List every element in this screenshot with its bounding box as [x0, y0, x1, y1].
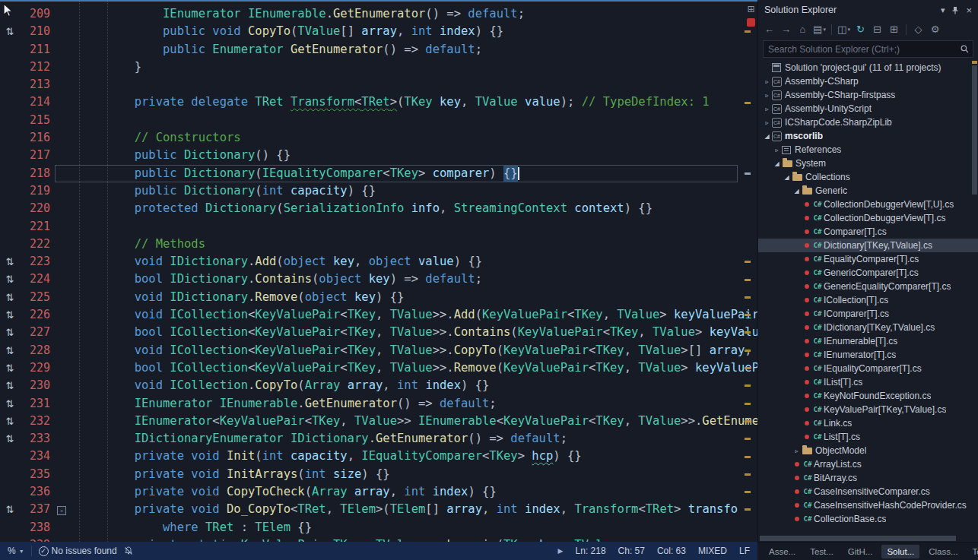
- issues-status[interactable]: ✓ No issues found: [39, 546, 117, 556]
- line-number[interactable]: 233: [20, 430, 55, 448]
- code-line[interactable]: ⇅227 bool ICollection<KeyValuePair<TKey,…: [0, 324, 757, 341]
- line-number[interactable]: 212: [20, 59, 55, 76]
- tree-item[interactable]: C#IEnumerator[T].cs: [758, 348, 978, 362]
- indentation-indicator[interactable]: MIXED: [698, 546, 727, 556]
- code-line[interactable]: ⇅226 void ICollection<KeyValuePair<TKey,…: [0, 306, 757, 324]
- expanded-chevron-icon[interactable]: ◢: [792, 188, 802, 195]
- tree-item[interactable]: C#IList[T].cs: [758, 375, 978, 389]
- line-number[interactable]: 226: [20, 306, 55, 324]
- line-number[interactable]: 222: [20, 236, 55, 253]
- line-number[interactable]: 227: [20, 324, 55, 341]
- search-icon[interactable]: [961, 45, 969, 53]
- tree-item[interactable]: C#CollectionDebuggerView[T,U].cs: [758, 198, 978, 211]
- column-indicator[interactable]: Col: 63: [657, 546, 686, 556]
- tree-vertical-scrollbar[interactable]: [971, 61, 978, 516]
- tree-item[interactable]: C#KeyValuePair[TKey,TValue].cs: [758, 403, 978, 416]
- tree-item[interactable]: ◢Collections: [758, 170, 978, 184]
- collapsed-chevron-icon[interactable]: ▹: [762, 119, 772, 126]
- tree-item[interactable]: ▹References: [758, 143, 978, 157]
- expanded-chevron-icon[interactable]: ◢: [782, 174, 792, 181]
- line-number[interactable]: 229: [20, 359, 55, 377]
- implementations-icon[interactable]: ⇅: [0, 289, 20, 306]
- implementations-icon[interactable]: ⇅: [0, 430, 20, 448]
- switch-views-icon[interactable]: ▤▾: [811, 22, 827, 37]
- line-number[interactable]: 220: [20, 200, 55, 217]
- tree-horizontal-scrollbar[interactable]: [758, 535, 978, 542]
- implementations-icon[interactable]: ⇅: [0, 501, 20, 518]
- line-number[interactable]: 219: [20, 182, 55, 200]
- collapsed-chevron-icon[interactable]: ▹: [762, 106, 772, 112]
- line-number[interactable]: 214: [20, 93, 55, 111]
- home-icon[interactable]: ⌂: [795, 22, 811, 37]
- code-line[interactable]: ⇅230 void ICollection.CopyTo(Array array…: [0, 377, 757, 394]
- code-line[interactable]: 236 private void CopyToCheck(Array array…: [0, 483, 757, 501]
- eol-indicator[interactable]: LF: [739, 546, 750, 556]
- line-number[interactable]: 213: [20, 76, 55, 93]
- tree-item[interactable]: ◢Generic: [758, 184, 978, 198]
- collapsed-chevron-icon[interactable]: ▹: [762, 92, 772, 99]
- code-line[interactable]: ⇅210 public void CopyTo(TValue[] array, …: [0, 23, 757, 40]
- code-line[interactable]: ⇅224 bool IDictionary.Contains(object ke…: [0, 271, 757, 288]
- tree-item[interactable]: C#Link.cs: [758, 416, 978, 430]
- tree-item[interactable]: Solution 'project-gui' (11 of 11 project…: [758, 61, 978, 74]
- line-number[interactable]: 230: [20, 377, 55, 394]
- code-line[interactable]: ⇅231 IEnumerator IEnumerable.GetEnumerat…: [0, 395, 757, 413]
- forward-icon[interactable]: →: [778, 22, 794, 37]
- back-icon[interactable]: ←: [761, 22, 777, 37]
- line-number[interactable]: 225: [20, 289, 55, 306]
- properties-icon[interactable]: ⚙: [927, 22, 943, 37]
- code-line[interactable]: 214 private delegate TRet Transform<TRet…: [0, 93, 757, 111]
- panel-tab[interactable]: Class...: [923, 545, 963, 558]
- code-line[interactable]: 218 public Dictionary(IEqualityComparer<…: [0, 165, 757, 182]
- line-number[interactable]: 232: [20, 413, 55, 430]
- code-line[interactable]: 209 IEnumerator IEnumerable.GetEnumerato…: [0, 5, 757, 23]
- code-line[interactable]: 239 private static KeyValuePair<TKey, TV…: [0, 536, 757, 542]
- collapse-all-icon[interactable]: ⊟: [869, 22, 885, 37]
- panel-tab[interactable]: Test...: [805, 545, 839, 558]
- tree-item[interactable]: C#CollectionDebuggerView[T].cs: [758, 211, 978, 225]
- code-line[interactable]: 211 public Enumerator GetEnumerator() =>…: [0, 41, 757, 59]
- tree-item[interactable]: C#CaseInsensitiveComparer.cs: [758, 485, 978, 498]
- code-line[interactable]: 222 // Methods: [0, 236, 757, 253]
- collapse-region-icon[interactable]: -: [57, 506, 66, 515]
- overview-ruler[interactable]: [738, 2, 757, 542]
- code-line[interactable]: ⇅228 void ICollection<KeyValuePair<TKey,…: [0, 342, 757, 359]
- line-number[interactable]: 216: [20, 129, 55, 147]
- window-menu-icon[interactable]: ▾: [941, 5, 945, 15]
- fold-marker[interactable]: -: [55, 501, 68, 518]
- tree-item[interactable]: C#GenericEqualityComparer[T].cs: [758, 280, 978, 293]
- tree-item[interactable]: C#BitArray.cs: [758, 471, 978, 485]
- tree-item[interactable]: C#EqualityComparer[T].cs: [758, 252, 978, 266]
- tree-item[interactable]: C#CaseInsensitiveHashCodeProvider.cs: [758, 498, 978, 512]
- code-line[interactable]: ⇅237- private void Do_CopyTo<TRet, TElem…: [0, 501, 757, 518]
- solution-search-input[interactable]: [764, 44, 961, 55]
- expanded-chevron-icon[interactable]: ◢: [762, 133, 772, 140]
- code-line[interactable]: 213: [0, 76, 757, 93]
- tree-item[interactable]: ◢C#mscorlib: [758, 129, 978, 143]
- tree-item[interactable]: C#CollectionBase.cs: [758, 512, 978, 526]
- tree-item[interactable]: C#IComparer[T].cs: [758, 307, 978, 321]
- code-line[interactable]: 235 private void InitArrays(int size) {}: [0, 466, 757, 483]
- implementations-icon[interactable]: ⇅: [0, 253, 20, 271]
- line-number[interactable]: 217: [20, 147, 55, 164]
- code-line[interactable]: ⇅233 IDictionaryEnumerator IDictionary.G…: [0, 430, 757, 448]
- line-number[interactable]: 239: [20, 536, 55, 542]
- implementations-icon[interactable]: ⇅: [0, 413, 20, 430]
- implementations-icon[interactable]: ⇅: [0, 377, 20, 394]
- implementations-icon[interactable]: ⇅: [0, 395, 20, 413]
- code-line[interactable]: 212 }: [0, 59, 757, 76]
- line-number[interactable]: 221: [20, 218, 55, 236]
- tree-item[interactable]: C#ICollection[T].cs: [758, 293, 978, 307]
- line-number[interactable]: 209: [20, 5, 55, 23]
- code-line[interactable]: ⇅225 void IDictionary.Remove(object key)…: [0, 289, 757, 306]
- line-number[interactable]: 228: [20, 342, 55, 359]
- line-number[interactable]: 215: [20, 112, 55, 129]
- line-number[interactable]: 223: [20, 253, 55, 271]
- implementations-icon[interactable]: ⇅: [0, 23, 20, 40]
- panel-tab[interactable]: Tea...: [967, 545, 978, 558]
- code-line[interactable]: 221: [0, 218, 757, 236]
- show-all-files-icon[interactable]: ⊞: [886, 22, 902, 37]
- pin-icon[interactable]: [951, 6, 959, 14]
- tree-item[interactable]: C#GenericComparer[T].cs: [758, 266, 978, 280]
- line-indicator[interactable]: Ln: 218: [576, 546, 606, 556]
